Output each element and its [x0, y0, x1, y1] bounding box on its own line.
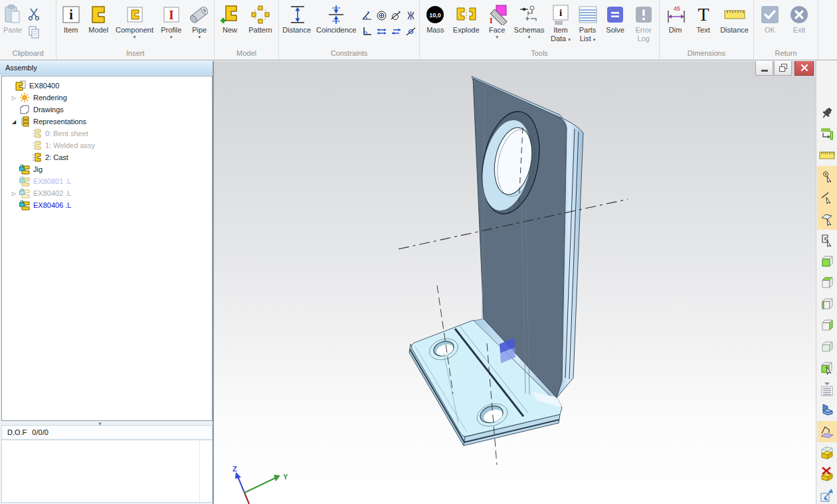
coaxial-constraint-icon[interactable]	[403, 23, 418, 39]
schemas-icon	[518, 3, 541, 26]
assembly-tree[interactable]: EX80400 ▷ Rendering Drawings ◢ Represent…	[1, 76, 213, 421]
tree-item-ex80406[interactable]: EX80406 .L	[2, 199, 212, 211]
model-button[interactable]: Model	[84, 2, 112, 35]
perpendicular-constraint-icon[interactable]	[359, 23, 374, 39]
tree-item-jig[interactable]: Jig	[2, 163, 212, 175]
parallel-constraint-icon[interactable]	[389, 23, 403, 39]
view-iso-icon[interactable]	[817, 336, 837, 357]
tree-item-bent-sheet[interactable]: 0: Bent sheet	[2, 127, 212, 139]
ribbon-group-dimensions: 45 Dim T Text Distance Dimension	[660, 0, 754, 60]
exit-button[interactable]: Exit	[785, 2, 814, 35]
explode-button[interactable]: Explode	[450, 2, 483, 35]
view-on-face-icon[interactable]	[817, 357, 837, 378]
tangency-constraint-icon[interactable]	[389, 7, 403, 23]
svg-text:i: i	[69, 7, 73, 22]
profile-button[interactable]: I Profile ▾	[156, 2, 186, 40]
paste-button[interactable]: Paste	[1, 2, 24, 35]
section-delete-icon[interactable]	[817, 463, 837, 485]
new-model-icon	[219, 3, 241, 26]
explode-icon	[455, 3, 478, 26]
view-right-icon[interactable]	[817, 315, 837, 336]
angle-constraint-icon[interactable]	[359, 7, 374, 23]
expander-collapsed-icon[interactable]: ▷	[9, 191, 19, 197]
expander-expanded-icon[interactable]: ◢	[9, 119, 19, 125]
tree-item-rendering[interactable]: ▷ Rendering	[2, 92, 212, 104]
y-axis-label: Y	[283, 473, 288, 481]
component-view-icon[interactable]	[817, 400, 837, 421]
tree-item-welded-assy[interactable]: 1: Welded assy	[2, 139, 212, 151]
select-profile-icon[interactable]	[817, 230, 837, 251]
pin-icon[interactable]	[817, 102, 837, 124]
reframe-icon[interactable]	[817, 124, 837, 145]
close-icon	[800, 63, 809, 72]
copy-button[interactable]	[25, 23, 43, 41]
coincidence-button[interactable]: Coincidence	[313, 2, 359, 35]
solve-icon	[604, 3, 626, 26]
cut-button[interactable]	[25, 5, 43, 23]
3d-viewport[interactable]: Z Y	[214, 61, 816, 504]
locked-part-icon	[19, 188, 30, 199]
exit-view-icon[interactable]	[817, 485, 837, 504]
error-log-icon	[632, 3, 655, 26]
select-center-icon[interactable]	[817, 166, 837, 187]
scissors-icon	[27, 7, 41, 21]
paste-icon	[1, 3, 24, 26]
distance-constraint-icon	[286, 3, 308, 26]
mass-button[interactable]: 10,0 Mass	[421, 2, 450, 35]
svg-text:T: T	[698, 5, 709, 25]
parts-list-icon	[577, 3, 599, 26]
text-button[interactable]: T Text	[690, 2, 717, 35]
svg-text:45: 45	[674, 5, 680, 12]
viewport-toolbar	[816, 61, 837, 504]
concentric-constraint-icon[interactable]	[374, 7, 389, 23]
ribbon-group-insert: i Item Model Component ▾	[56, 0, 215, 60]
dim-button[interactable]: 45 Dim	[661, 2, 690, 35]
symmetry-constraint-icon[interactable]	[403, 7, 418, 23]
tree-item-ex80400[interactable]: EX80400	[2, 80, 212, 92]
ok-button[interactable]: OK	[755, 2, 785, 35]
component-button[interactable]: Component ▾	[113, 2, 156, 40]
ribbon-group-model: New Pattern Model	[215, 0, 279, 60]
select-face-icon[interactable]	[817, 209, 837, 230]
error-log-button[interactable]: Error Log	[629, 2, 658, 43]
tree-item-drawings[interactable]: Drawings	[2, 104, 212, 116]
tree-item-ex80402[interactable]: ▷ EX80402 .L	[2, 187, 212, 199]
distance-measure-button[interactable]: Distance	[717, 2, 752, 35]
measure-ruler-icon[interactable]	[817, 145, 837, 166]
viewport-minimize-button[interactable]	[755, 61, 773, 76]
group-label-dimensions: Dimensions	[660, 48, 753, 60]
section-box-icon[interactable]	[817, 442, 837, 463]
item-button[interactable]: i Item	[58, 2, 84, 35]
pipe-button[interactable]: Pipe ▾	[187, 2, 213, 40]
model-icon	[87, 3, 110, 26]
solve-button[interactable]: Solve	[601, 2, 630, 35]
locked-part-icon	[19, 200, 30, 210]
item-data-button[interactable]: i Item Data ▾	[547, 2, 575, 43]
tree-item-cast[interactable]: 2: Cast	[2, 151, 212, 163]
schemas-button[interactable]: Schemas ▾	[511, 2, 547, 40]
distance-constraint-button[interactable]: Distance	[280, 2, 313, 35]
ruler-icon	[723, 3, 746, 26]
parts-list-button[interactable]: Parts List ▾	[574, 2, 601, 43]
group-label-model: Model	[215, 48, 278, 60]
tree-item-representations[interactable]: ◢ Representations	[2, 116, 212, 127]
view-list-icon[interactable]	[817, 378, 837, 400]
viewport-restore-button[interactable]	[774, 61, 792, 76]
expander-collapsed-icon[interactable]: ▷	[9, 95, 19, 101]
pattern-button[interactable]: Pattern	[244, 2, 277, 35]
bracket-part-model[interactable]: Z Y	[214, 61, 816, 504]
select-edge-icon[interactable]	[817, 187, 837, 209]
viewport-close-button[interactable]	[794, 61, 814, 76]
svg-text:10,0: 10,0	[430, 12, 442, 19]
view-left-icon[interactable]	[817, 294, 837, 315]
representation-icon	[31, 152, 42, 163]
view-front-icon[interactable]	[817, 251, 837, 272]
new-button[interactable]: New	[216, 2, 244, 35]
tree-item-ex80801[interactable]: EX80801 .L	[2, 175, 212, 187]
equal-distance-constraint-icon[interactable]	[374, 23, 389, 39]
pattern-icon	[249, 3, 272, 26]
face-button[interactable]: I Face ▾	[483, 2, 512, 40]
chevron-down-icon: ▾	[496, 35, 498, 40]
view-top-icon[interactable]	[817, 272, 837, 294]
sketch-plane-icon[interactable]	[817, 421, 837, 442]
